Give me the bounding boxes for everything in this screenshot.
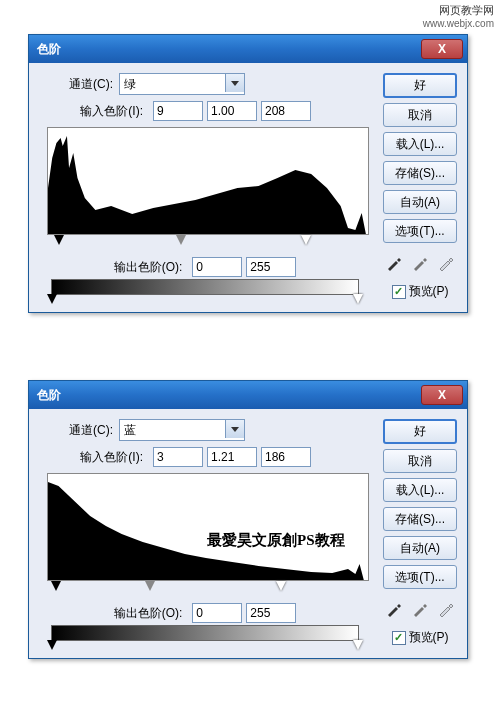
histogram bbox=[47, 473, 369, 581]
input-gamma[interactable] bbox=[207, 447, 257, 467]
channel-label: 通道(C): bbox=[57, 76, 113, 93]
titlebar[interactable]: 色阶 X bbox=[29, 35, 467, 63]
checkbox-icon[interactable]: ✓ bbox=[392, 631, 406, 645]
output-shadow[interactable] bbox=[192, 257, 242, 277]
options-button[interactable]: 选项(T)... bbox=[383, 565, 457, 589]
cancel-button[interactable]: 取消 bbox=[383, 103, 457, 127]
output-gradient[interactable] bbox=[51, 625, 359, 641]
highlight-slider[interactable] bbox=[301, 235, 311, 245]
highlight-slider[interactable] bbox=[276, 581, 286, 591]
output-levels-label: 输出色阶(O): bbox=[114, 259, 183, 276]
ok-button[interactable]: 好 bbox=[383, 73, 457, 98]
output-levels-label: 输出色阶(O): bbox=[114, 605, 183, 622]
output-highlight[interactable] bbox=[246, 257, 296, 277]
eyedropper-gray-icon[interactable] bbox=[411, 254, 429, 272]
eyedropper-group bbox=[385, 254, 455, 272]
out-shadow-slider[interactable] bbox=[47, 294, 57, 304]
channel-select[interactable]: 绿 bbox=[119, 73, 245, 95]
load-button[interactable]: 载入(L)... bbox=[383, 478, 457, 502]
save-button[interactable]: 存储(S)... bbox=[383, 161, 457, 185]
ok-button[interactable]: 好 bbox=[383, 419, 457, 444]
close-button[interactable]: X bbox=[421, 385, 463, 405]
eyedropper-white-icon[interactable] bbox=[437, 254, 455, 272]
eyedropper-black-icon[interactable] bbox=[385, 600, 403, 618]
levels-dialog-green: 色阶 X 通道(C): 绿 输入色阶(I): 输出色阶(O): 好 bbox=[28, 34, 468, 313]
preview-checkbox[interactable]: ✓ 预览(P) bbox=[392, 629, 449, 646]
input-slider[interactable] bbox=[51, 235, 363, 249]
input-highlight[interactable] bbox=[261, 101, 311, 121]
title-text: 色阶 bbox=[37, 41, 61, 58]
eyedropper-group bbox=[385, 600, 455, 618]
shadow-slider[interactable] bbox=[54, 235, 64, 245]
close-button[interactable]: X bbox=[421, 39, 463, 59]
cancel-button[interactable]: 取消 bbox=[383, 449, 457, 473]
midtone-slider[interactable] bbox=[176, 235, 186, 245]
save-button[interactable]: 存储(S)... bbox=[383, 507, 457, 531]
preview-checkbox[interactable]: ✓ 预览(P) bbox=[392, 283, 449, 300]
checkbox-icon[interactable]: ✓ bbox=[392, 285, 406, 299]
shadow-slider[interactable] bbox=[51, 581, 61, 591]
output-highlight[interactable] bbox=[246, 603, 296, 623]
output-shadow[interactable] bbox=[192, 603, 242, 623]
input-gamma[interactable] bbox=[207, 101, 257, 121]
input-slider[interactable] bbox=[51, 581, 363, 595]
title-text: 色阶 bbox=[37, 387, 61, 404]
titlebar[interactable]: 色阶 X bbox=[29, 381, 467, 409]
auto-button[interactable]: 自动(A) bbox=[383, 536, 457, 560]
levels-dialog-blue: 色阶 X 通道(C): 蓝 输入色阶(I): 最愛昊文原創PS教程 输出色阶(O… bbox=[28, 380, 468, 659]
input-highlight[interactable] bbox=[261, 447, 311, 467]
channel-label: 通道(C): bbox=[57, 422, 113, 439]
out-highlight-slider[interactable] bbox=[353, 640, 363, 650]
out-highlight-slider[interactable] bbox=[353, 294, 363, 304]
eyedropper-gray-icon[interactable] bbox=[411, 600, 429, 618]
input-levels-label: 输入色阶(I): bbox=[57, 103, 143, 120]
eyedropper-black-icon[interactable] bbox=[385, 254, 403, 272]
midtone-slider[interactable] bbox=[145, 581, 155, 591]
input-shadow[interactable] bbox=[153, 447, 203, 467]
watermark-overlay: 最愛昊文原創PS教程 bbox=[207, 531, 345, 550]
input-shadow[interactable] bbox=[153, 101, 203, 121]
out-shadow-slider[interactable] bbox=[47, 640, 57, 650]
histogram bbox=[47, 127, 369, 235]
auto-button[interactable]: 自动(A) bbox=[383, 190, 457, 214]
watermark: 网页教学网 www.webjx.com bbox=[423, 4, 494, 30]
channel-select[interactable]: 蓝 bbox=[119, 419, 245, 441]
load-button[interactable]: 载入(L)... bbox=[383, 132, 457, 156]
output-gradient[interactable] bbox=[51, 279, 359, 295]
chevron-down-icon[interactable] bbox=[225, 420, 244, 438]
input-levels-label: 输入色阶(I): bbox=[57, 449, 143, 466]
options-button[interactable]: 选项(T)... bbox=[383, 219, 457, 243]
chevron-down-icon[interactable] bbox=[225, 74, 244, 92]
eyedropper-white-icon[interactable] bbox=[437, 600, 455, 618]
